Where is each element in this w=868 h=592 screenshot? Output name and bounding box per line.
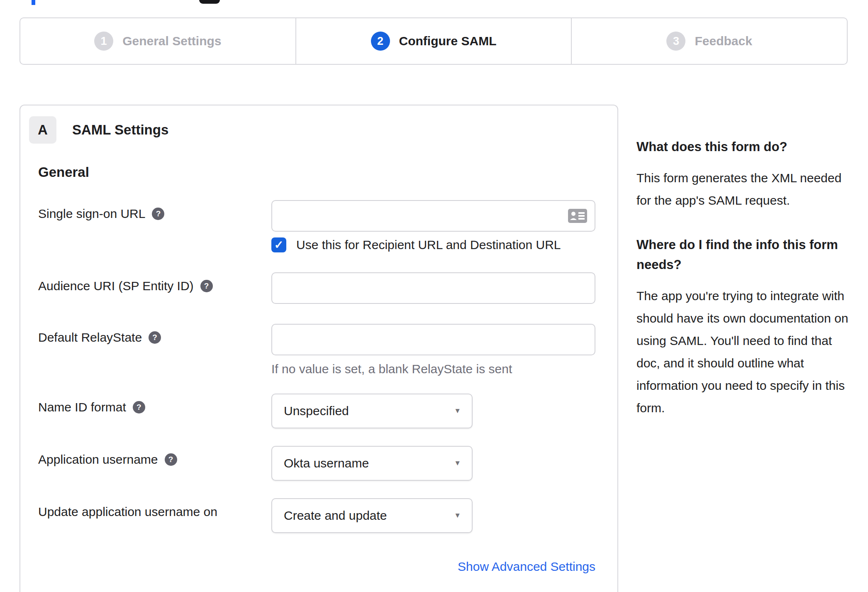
step-label: Feedback (695, 34, 752, 48)
relay-state-label-text: Default RelayState (38, 330, 142, 345)
name-id-format-row: Name ID format ? Unspecified ▼ (38, 394, 600, 428)
saml-settings-panel: A SAML Settings General Single sign-on U… (20, 105, 618, 592)
audience-uri-label: Audience URI (SP Entity ID) ? (38, 272, 271, 293)
sso-url-label: Single sign-on URL ? (38, 200, 271, 221)
show-advanced-settings-link[interactable]: Show Advanced Settings (458, 560, 595, 573)
app-username-label-text: Application username (38, 453, 158, 467)
sso-url-control: ✓ Use this for Recipient URL and Destina… (271, 200, 595, 252)
header-icon-fragment (199, 0, 220, 4)
relay-state-label: Default RelayState ? (38, 324, 271, 345)
sidebar-heading-where: Where do I find the info this form needs… (636, 235, 849, 275)
advanced-settings-row: Show Advanced Settings (38, 560, 595, 574)
app-username-label: Application username ? (38, 446, 271, 467)
relay-state-control: If no value is set, a blank RelayState i… (271, 324, 595, 376)
audience-uri-label-text: Audience URI (SP Entity ID) (38, 279, 194, 293)
recipient-url-checkbox-label: Use this for Recipient URL and Destinati… (296, 238, 561, 252)
help-icon[interactable]: ? (133, 401, 145, 413)
panel-title: SAML Settings (72, 122, 168, 138)
relay-state-input[interactable] (271, 324, 595, 355)
help-icon[interactable]: ? (200, 280, 213, 292)
audience-uri-control (271, 272, 595, 304)
chevron-down-icon: ▼ (454, 459, 461, 467)
step-number-badge: 1 (94, 32, 113, 51)
help-icon[interactable]: ? (165, 453, 177, 466)
app-username-value: Okta username (284, 456, 369, 470)
recipient-url-checkbox[interactable]: ✓ (271, 237, 286, 252)
step-label: General Settings (122, 34, 221, 48)
help-icon[interactable]: ? (149, 331, 161, 344)
step-configure-saml[interactable]: 2 Configure SAML (295, 18, 571, 64)
chevron-down-icon: ▼ (454, 511, 461, 520)
sidebar-para-where: The app you're trying to integrate with … (636, 285, 849, 419)
section-a-badge: A (29, 116, 56, 144)
app-username-row: Application username ? Okta username ▼ (38, 446, 600, 481)
name-id-format-select[interactable]: Unspecified ▼ (271, 394, 473, 428)
sidebar-para-what: This form generates the XML needed for t… (636, 167, 849, 212)
step-feedback[interactable]: 3 Feedback (571, 18, 847, 64)
update-app-username-select[interactable]: Create and update ▼ (271, 498, 473, 533)
step-number-badge: 2 (371, 32, 390, 51)
recipient-url-checkbox-row: ✓ Use this for Recipient URL and Destina… (271, 237, 595, 252)
general-section-title: General (38, 164, 600, 180)
step-number-badge: 3 (666, 32, 685, 51)
help-icon[interactable]: ? (152, 208, 164, 220)
help-sidebar: What does this form do? This form genera… (636, 137, 849, 443)
relay-state-hint: If no value is set, a blank RelayState i… (271, 362, 595, 376)
name-id-format-label-text: Name ID format (38, 400, 126, 414)
chevron-down-icon: ▼ (454, 407, 461, 415)
contact-card-icon (568, 209, 587, 223)
update-app-username-label: Update application username on (38, 498, 271, 519)
panel-header: A SAML Settings (29, 116, 600, 144)
app-username-select[interactable]: Okta username ▼ (271, 446, 473, 481)
sso-url-label-text: Single sign-on URL (38, 207, 145, 221)
relay-state-row: Default RelayState ? If no value is set,… (38, 324, 600, 376)
sso-url-input[interactable] (271, 200, 595, 232)
logo-fragment (32, 0, 35, 5)
update-app-username-value: Create and update (284, 509, 387, 523)
audience-uri-input[interactable] (271, 272, 595, 304)
update-app-username-label-text: Update application username on (38, 505, 217, 519)
sidebar-heading-what: What does this form do? (636, 137, 849, 157)
audience-uri-row: Audience URI (SP Entity ID) ? (38, 272, 600, 304)
step-general-settings[interactable]: 1 General Settings (20, 18, 295, 64)
sso-url-row: Single sign-on URL ? ✓ Use this for Reci… (38, 200, 600, 252)
name-id-format-label: Name ID format ? (38, 394, 271, 414)
wizard-stepper: 1 General Settings 2 Configure SAML 3 Fe… (20, 17, 848, 65)
name-id-format-value: Unspecified (284, 404, 349, 418)
update-app-username-row: Update application username on Create an… (38, 498, 600, 533)
step-label: Configure SAML (399, 34, 497, 48)
